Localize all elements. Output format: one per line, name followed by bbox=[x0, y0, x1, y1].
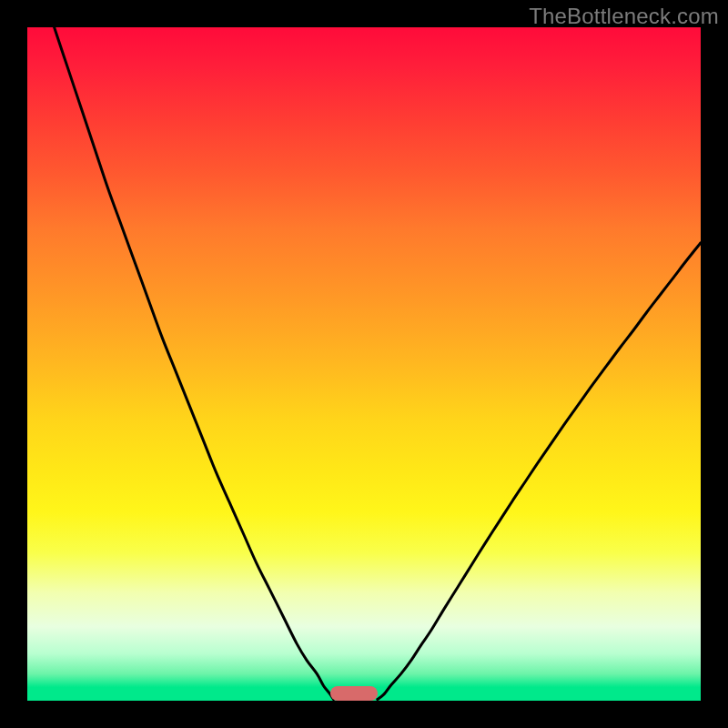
plot-area bbox=[27, 27, 701, 701]
min-marker bbox=[330, 686, 378, 701]
chart-frame: TheBottleneck.com bbox=[0, 0, 728, 728]
curve-layer bbox=[27, 27, 701, 701]
curve-left bbox=[55, 27, 334, 700]
curve-right bbox=[378, 243, 701, 700]
watermark-text: TheBottleneck.com bbox=[529, 4, 719, 29]
